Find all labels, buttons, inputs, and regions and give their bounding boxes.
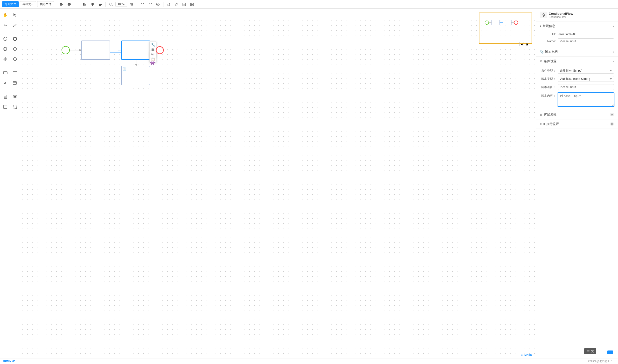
frame-tool-button[interactable]	[1, 103, 10, 111]
panel-header-icon	[540, 12, 547, 18]
distribute-v-button[interactable]	[97, 1, 104, 8]
toolbar-divider-2	[106, 2, 106, 7]
text-tool-button[interactable]: A	[1, 79, 10, 87]
rect-outline-tool[interactable]	[1, 68, 10, 77]
task2-node[interactable]	[121, 40, 150, 60]
condition-form: 条件类型： 条件脚本( Script ) 脚本类型： 内联脚本( Inline …	[536, 66, 618, 110]
lock-button[interactable]	[165, 1, 172, 8]
monitor-label: 执行监听	[546, 122, 606, 126]
zoom-out-button[interactable]	[108, 1, 114, 8]
condition-label: 条件设置	[544, 59, 611, 64]
monitor-badge: 0	[610, 122, 614, 126]
condition-type-select[interactable]: 条件脚本( Script )	[558, 68, 614, 74]
svg-rect-51	[13, 72, 17, 74]
export-button[interactable]: 导出为...	[20, 1, 36, 7]
select-rect-tool-button[interactable]	[11, 103, 19, 111]
script-lang-input[interactable]	[558, 84, 614, 90]
start-event-node[interactable]	[61, 46, 70, 54]
svg-line-20	[112, 5, 113, 6]
svg-point-41	[13, 37, 17, 40]
extend-chevron: ›	[608, 113, 608, 116]
name-input[interactable]	[558, 38, 614, 44]
attachment-icon: 📎	[540, 50, 544, 53]
open-file-button[interactable]: 打开文件	[2, 1, 19, 7]
minimap-fit-button[interactable]: ▣	[525, 42, 529, 46]
circle-filled-tool[interactable]	[11, 35, 19, 43]
script-lang-label: 脚本语言：	[540, 85, 556, 89]
svg-rect-3	[68, 3, 70, 4]
monitor-header[interactable]: ⊞⊞ 执行监听 › 0	[536, 119, 618, 129]
task3-node[interactable]: 📄	[121, 66, 150, 85]
circle-outline-tool[interactable]	[1, 35, 10, 43]
align-center-button[interactable]	[66, 1, 73, 8]
script-type-row: 脚本类型： 内联脚本( Inline Script )	[540, 76, 614, 82]
svg-rect-15	[99, 3, 101, 3]
attachment-chevron: ›	[613, 51, 614, 53]
align-bottom-button[interactable]	[81, 1, 88, 8]
zoom-in-button[interactable]	[128, 1, 135, 8]
right-panel: ConditionalFlow SequenceFlow ℹ 常规信息 ∨ ID…	[536, 9, 618, 358]
diamond-tool[interactable]	[11, 45, 19, 53]
resize-h-tool-button[interactable]: ⇔	[1, 21, 10, 29]
script-content-row: 脚本内容：	[540, 92, 614, 107]
svg-rect-60	[4, 105, 7, 109]
id-label: ID:	[540, 33, 556, 36]
end-event-node[interactable]	[155, 46, 164, 54]
zoom-level: 100%	[115, 2, 127, 7]
grid-button[interactable]	[188, 1, 195, 8]
task1-node[interactable]	[81, 40, 110, 60]
diamond-plus-tool[interactable]	[11, 55, 19, 64]
tool-row-more: ···	[6, 116, 14, 125]
svg-rect-71	[503, 20, 511, 25]
attachment-section: 📎 附加文档 ›	[536, 47, 618, 57]
attachment-header[interactable]: 📎 附加文档 ›	[536, 47, 618, 56]
fullscreen-button[interactable]	[181, 1, 188, 8]
redo-button[interactable]	[147, 1, 154, 8]
svg-point-59	[13, 95, 16, 96]
language-button[interactable]: 中 文	[584, 348, 596, 354]
svg-rect-61	[13, 105, 17, 109]
svg-rect-1	[60, 4, 63, 5]
clear-button[interactable]	[155, 1, 161, 8]
tool-row-diamond2	[1, 55, 19, 64]
pointer-tool-button[interactable]	[11, 11, 19, 19]
svg-rect-16	[99, 4, 102, 5]
svg-rect-36	[192, 3, 193, 4]
tool-separator-2	[3, 66, 17, 66]
svg-rect-37	[190, 5, 192, 6]
circle-double-tool[interactable]	[1, 45, 10, 53]
svg-point-32	[175, 3, 178, 6]
align-left-button[interactable]	[58, 1, 65, 8]
distribute-h-button[interactable]	[89, 1, 96, 8]
svg-rect-53	[13, 81, 16, 84]
align-top-button[interactable]	[74, 1, 81, 8]
general-info-header[interactable]: ℹ 常规信息 ∨	[536, 22, 618, 31]
tool-separator-1	[3, 32, 17, 32]
ctx-cut-icon[interactable]: ✂	[151, 52, 155, 56]
pen-tool-button[interactable]	[11, 21, 19, 29]
toolbar-divider-3	[137, 2, 137, 7]
preview-button[interactable]: 预览文件	[37, 1, 54, 7]
undo-button[interactable]	[139, 1, 146, 8]
bottom-bar: BPMN.iO CSDN @进击的王子一	[0, 358, 618, 364]
svg-point-73	[514, 21, 518, 25]
extend-header[interactable]: ⊞ 扩展属性 › 0	[536, 110, 618, 119]
condition-header[interactable]: ⟳ 条件设置 ∨	[536, 57, 618, 66]
attachment-label: 附加文档	[545, 50, 612, 54]
hand-tool-button[interactable]: ✋	[1, 11, 10, 19]
script-type-select[interactable]: 内联脚本( Inline Script )	[558, 76, 614, 82]
settings-button[interactable]	[173, 1, 180, 8]
tag-tool-button[interactable]	[11, 79, 19, 87]
minimap-next-button[interactable]: ▶	[520, 42, 524, 46]
general-info-label: 常规信息	[543, 24, 611, 28]
doc-tool-button[interactable]	[1, 92, 10, 101]
db-tool-button[interactable]	[11, 92, 19, 101]
ctx-extra-icon[interactable]: 👾	[150, 61, 155, 65]
rect-shadow-tool[interactable]	[11, 68, 19, 77]
diamond-filled-tool[interactable]	[1, 55, 10, 64]
canvas-area[interactable]: 🔧 🗑 👾 ✂ 📋 👾 📄	[20, 9, 536, 358]
more-tools-button[interactable]: ···	[6, 116, 14, 125]
script-content-textarea[interactable]	[558, 92, 614, 107]
ctx-wrench-icon[interactable]: 🔧	[151, 42, 155, 47]
feedback-button[interactable]: 反馈	[607, 351, 613, 354]
